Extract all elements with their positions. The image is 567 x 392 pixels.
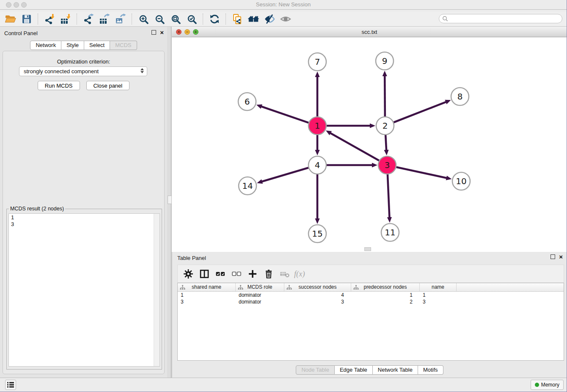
result-scrollbar[interactable]	[154, 214, 160, 366]
cell-name[interactable]: 1	[420, 292, 457, 298]
svg-text:f(x): f(x)	[294, 269, 305, 278]
task-history-button[interactable]	[5, 380, 16, 390]
table-row[interactable]: 1dominator411	[178, 292, 564, 298]
open-session-icon[interactable]	[3, 13, 18, 25]
table-tab-motifs[interactable]: Motifs	[418, 365, 443, 375]
run-mcds-button[interactable]: Run MCDS	[38, 81, 80, 90]
edge-2-3[interactable]	[385, 135, 386, 151]
edge-2-8[interactable]	[394, 102, 446, 122]
cell-MCDS-role[interactable]: dominator	[236, 298, 284, 305]
column-header-successor-nodes[interactable]: successor nodes	[284, 283, 351, 291]
unselect-all-icon[interactable]	[229, 267, 243, 281]
import-table-icon[interactable]	[58, 13, 73, 25]
table-close-panel-icon[interactable]: ×	[559, 255, 563, 259]
refresh-icon[interactable]	[207, 13, 222, 25]
zoom-in-icon[interactable]	[136, 13, 151, 25]
edge-arrowhead	[257, 179, 263, 184]
panel-splitter[interactable]	[167, 27, 172, 378]
float-panel-icon[interactable]	[151, 30, 156, 35]
node-label-14: 14	[242, 181, 253, 191]
save-session-icon[interactable]	[19, 13, 34, 25]
cell-successor-nodes[interactable]: 4	[284, 292, 351, 298]
toolbar-separator	[226, 14, 226, 25]
tab-network[interactable]: Network	[30, 41, 61, 50]
edge-3-10[interactable]	[396, 167, 447, 178]
table-tab-node-table[interactable]: Node Table	[296, 365, 335, 375]
zoom-out-icon[interactable]	[152, 13, 167, 25]
edge-arrowhead	[446, 176, 452, 180]
network-graph[interactable]: 7968124314101511	[172, 37, 567, 252]
column-header-name[interactable]: name	[420, 283, 457, 291]
column-header-MCDS-role[interactable]: MCDS role	[236, 283, 284, 291]
criterion-dropdown[interactable]: strongly connected component	[19, 66, 147, 76]
node-label-8: 8	[457, 91, 463, 102]
control-panel-header: Control Panel ×	[0, 27, 167, 39]
edge-4-14[interactable]	[261, 168, 308, 182]
edge-3-11[interactable]	[388, 174, 390, 218]
cell-MCDS-role[interactable]: dominator	[236, 292, 284, 298]
toolbar-separator	[203, 14, 204, 25]
node-table[interactable]: shared nameMCDS rolesuccessor nodesprede…	[177, 283, 564, 361]
settings-icon[interactable]	[181, 267, 195, 281]
import-network-icon[interactable]	[42, 13, 57, 25]
optimization-criterion-label: Optimization criterion:	[3, 58, 164, 65]
control-panel: Control Panel × NetworkStyleSelectMCDS O…	[0, 27, 167, 378]
mcds-result-line: 3	[9, 221, 160, 227]
edge-1-6[interactable]	[261, 106, 308, 123]
canvas-scrollbar-grip[interactable]	[364, 247, 371, 251]
split-view-icon[interactable]	[197, 267, 211, 281]
clone-network-icon[interactable]	[230, 13, 245, 25]
mcds-result-area[interactable]: 13	[8, 213, 160, 367]
edge-arrowhead	[256, 104, 262, 109]
cell-shared-name[interactable]: 1	[178, 292, 236, 298]
tab-style[interactable]: Style	[61, 41, 84, 50]
edge-arrowhead	[383, 71, 387, 76]
cell-predecessor-nodes[interactable]: 1	[351, 292, 420, 298]
export-table-icon[interactable]	[97, 13, 112, 25]
table-toolbar: f(x)	[177, 265, 564, 283]
show-graphics-icon[interactable]	[278, 13, 293, 25]
table-panel: Table Panel × f(x) shared nameMCDS roles…	[172, 252, 567, 378]
tab-select[interactable]: Select	[84, 41, 110, 50]
zoom-selected-icon[interactable]	[184, 13, 199, 25]
home-icon[interactable]	[246, 13, 261, 25]
zoom-fit-icon[interactable]	[168, 13, 183, 25]
table-row[interactable]: 3dominator323	[178, 298, 564, 305]
mcds-result-fieldset: MCDS result (2 nodes) 13	[6, 209, 162, 370]
node-label-10: 10	[456, 176, 466, 186]
cell-successor-nodes[interactable]: 3	[284, 298, 351, 305]
cell-predecessor-nodes[interactable]: 2	[351, 298, 420, 305]
node-label-6: 6	[245, 97, 250, 107]
search-field[interactable]	[439, 14, 562, 23]
column-header-shared-name[interactable]: shared name	[178, 283, 236, 291]
search-input[interactable]	[448, 15, 562, 22]
table-float-panel-icon[interactable]	[550, 254, 555, 259]
select-all-icon[interactable]	[213, 267, 227, 281]
column-header-predecessor-nodes[interactable]: predecessor nodes	[351, 283, 420, 291]
node-label-9: 9	[382, 56, 388, 66]
splitter-grip[interactable]	[168, 196, 172, 204]
table-tab-network-table[interactable]: Network Table	[373, 365, 418, 375]
hide-graphics-icon[interactable]	[262, 13, 277, 25]
table-panel-header: Table Panel ×	[172, 252, 567, 264]
cell-shared-name[interactable]: 3	[178, 298, 236, 305]
delete-row-icon[interactable]	[261, 267, 275, 281]
table-tab-edge-table[interactable]: Edge Table	[335, 365, 373, 375]
add-row-icon[interactable]	[245, 267, 259, 281]
status-bar: Memory	[0, 378, 567, 392]
edge-2-9[interactable]	[385, 75, 385, 116]
delete-table-icon	[278, 267, 292, 281]
network-canvas[interactable]: 7968124314101511	[172, 37, 567, 252]
edge-arrowhead	[384, 150, 388, 155]
edge-3-1[interactable]	[330, 133, 379, 161]
close-panel-icon[interactable]: ×	[160, 30, 164, 34]
criterion-value: strongly connected component	[24, 68, 99, 75]
cell-name[interactable]: 3	[420, 298, 457, 305]
tree-sort-icon	[353, 284, 359, 292]
memory-button[interactable]: Memory	[531, 380, 564, 390]
tab-mcds[interactable]: MCDS	[110, 41, 137, 50]
edge-arrowhead	[315, 72, 319, 77]
close-panel-button[interactable]: Close panel	[86, 81, 130, 90]
export-image-icon[interactable]	[113, 13, 128, 25]
export-network-icon[interactable]	[81, 13, 96, 25]
